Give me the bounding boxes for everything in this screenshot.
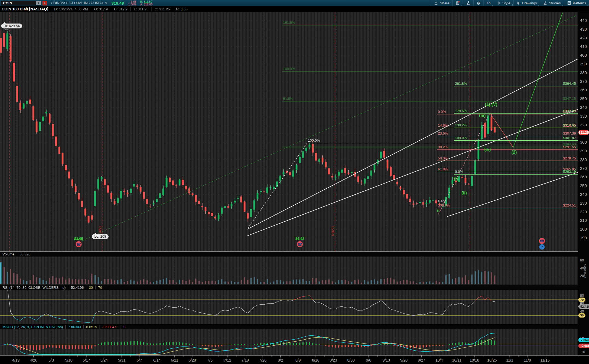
- svg-text:220: 220: [580, 209, 587, 214]
- macd-diff-value: -0.988472: [100, 325, 121, 329]
- svg-text:$3.05: $3.05: [74, 237, 83, 241]
- svg-text:5/17: 5/17: [83, 358, 90, 362]
- quick-study-button[interactable]: [463, 0, 473, 6]
- svg-text:9/20: 9/20: [400, 358, 407, 362]
- notes-button[interactable]: [452, 0, 463, 6]
- volume-pane-header[interactable]: Volume 36,326: [0, 251, 578, 257]
- interval-label: 4h: [487, 1, 491, 5]
- svg-text:10/4: 10/4: [435, 358, 443, 362]
- symbol-dropdown-button[interactable]: ▼: [36, 1, 41, 5]
- rsi-pane-header[interactable]: RSI (14, 70, 30, CLOSE, WILDERS, no) 52.…: [0, 285, 578, 290]
- share-button[interactable]: Share: [431, 0, 452, 6]
- svg-text:240: 240: [580, 192, 587, 197]
- interval-button[interactable]: 4h: [483, 0, 494, 6]
- pointer-icon: [517, 1, 520, 5]
- symbol-value: COIN: [3, 1, 12, 5]
- svg-text:$317.65: $317.65: [563, 123, 576, 127]
- macd-zero-value: 0: [121, 325, 128, 329]
- style-label: Style: [502, 1, 510, 5]
- svg-text:350: 350: [580, 96, 587, 101]
- svg-text:280: 280: [580, 157, 587, 162]
- volume-value: 36,326: [17, 252, 33, 256]
- svg-text:$6.42: $6.42: [295, 237, 304, 241]
- drawings-label: Drawings: [522, 1, 537, 5]
- svg-text:-0.9884: -0.9884: [581, 344, 589, 347]
- rsi-label[interactable]: RSI (14, 70, 30, CLOSE, WILDERS, no): [0, 286, 68, 290]
- svg-text:8/30: 8/30: [347, 358, 355, 362]
- alerts-badge[interactable]: 1: [42, 1, 47, 5]
- svg-text:6/14: 6/14: [153, 358, 161, 362]
- bid-ask: B: 311.50 A: 312.00: [140, 0, 153, 6]
- svg-text:5/31: 5/31: [118, 358, 125, 362]
- change-percent: -1.86%: [127, 3, 136, 6]
- symbol-summary: COIN ▼ 1 COINBASE GLOBAL INC COM CL A 31…: [0, 0, 153, 6]
- symbol-input[interactable]: COIN ▼: [1, 1, 41, 5]
- svg-text:370: 370: [580, 79, 587, 84]
- svg-text:$332.99: $332.99: [563, 109, 576, 113]
- drawings-button[interactable]: Drawings: [513, 0, 540, 6]
- svg-text:(i): (i): [454, 177, 458, 181]
- svg-text:190: 190: [580, 235, 587, 240]
- svg-text:70: 70: [580, 298, 584, 301]
- svg-text:5/10: 5/10: [65, 358, 72, 362]
- svg-text:ii: ii: [437, 208, 439, 213]
- volume-label[interactable]: Volume: [0, 252, 17, 256]
- style-button[interactable]: Style: [494, 0, 513, 6]
- svg-text:☎: ☎: [540, 239, 544, 243]
- svg-text:(2): (2): [511, 150, 517, 155]
- svg-text:-10: -10: [580, 350, 585, 354]
- top-toolbar: COIN ▼ 1 COINBASE GLOBAL INC COM CL A 31…: [0, 0, 589, 6]
- ohlc-range: R: 6.65: [173, 7, 191, 11]
- svg-text:178.6%: 178.6%: [455, 109, 467, 113]
- ohlc-date: D: 10/26/21, 4:00 PM: [51, 7, 91, 11]
- background-layer: [0, 6, 589, 364]
- svg-text:$263.19: $263.19: [563, 170, 576, 174]
- svg-text:14.6%: 14.6%: [438, 123, 448, 127]
- share-icon: [434, 1, 438, 5]
- ohlc-high: H: 317.9: [111, 7, 130, 11]
- patterns-button[interactable]: Patterns: [564, 0, 589, 6]
- svg-text:40: 40: [580, 309, 584, 313]
- ask-value: A: 312.00: [140, 3, 153, 6]
- svg-text:330: 330: [580, 114, 587, 118]
- macd-pane-header[interactable]: MACD (12, 26, 9, EXPONENTIAL, no) 7.8630…: [0, 324, 578, 329]
- svg-text:290: 290: [580, 148, 587, 153]
- company-name: COINBASE GLOBAL INC COM CL A: [51, 1, 107, 5]
- studies-button[interactable]: Studies: [540, 0, 564, 6]
- svg-text:300: 300: [580, 140, 587, 144]
- svg-text:11/8: 11/8: [524, 358, 531, 362]
- svg-text:$291.55: $291.55: [563, 145, 576, 149]
- svg-text:(iv): (iv): [484, 147, 491, 152]
- ohlc-close: C: 311.25: [151, 7, 173, 11]
- studies-flask-icon: [543, 1, 547, 5]
- svg-text:260: 260: [580, 174, 587, 179]
- chart-canvas[interactable]: 5/26/218/26/21161.8%100.0%61.8%$347.15$2…: [0, 0, 589, 364]
- studies-label: Studies: [549, 1, 561, 5]
- svg-text:430: 430: [580, 27, 587, 31]
- macd-signal-value: 8.8515: [84, 325, 100, 329]
- svg-text:270: 270: [580, 166, 587, 171]
- svg-text:10/18: 10/18: [470, 358, 479, 362]
- svg-text:$307.39: $307.39: [563, 131, 576, 135]
- ohlc-open: O: 317.9: [91, 7, 111, 11]
- gear-icon: ⚙: [477, 1, 480, 5]
- chart-style-icon: [497, 1, 501, 5]
- svg-text:400: 400: [580, 53, 587, 57]
- svg-text:50.0%: 50.0%: [438, 156, 448, 160]
- svg-text:6/7: 6/7: [137, 358, 142, 362]
- settings-button[interactable]: ⚙: [473, 0, 483, 6]
- svg-text:8/16: 8/16: [312, 358, 319, 362]
- last-price: 319.49: [111, 1, 124, 5]
- svg-text:(iii): (iii): [479, 113, 486, 118]
- svg-text:8/9: 8/9: [295, 358, 301, 362]
- svg-text:100.0%: 100.0%: [283, 67, 295, 71]
- svg-text:7/19: 7/19: [241, 358, 249, 362]
- macd-label[interactable]: MACD (12, 26, 9, EXPONENTIAL, no): [0, 325, 65, 329]
- patterns-icon: [567, 1, 571, 5]
- svg-text:210: 210: [580, 218, 587, 223]
- svg-text:61.8%: 61.8%: [438, 167, 448, 171]
- date-axis[interactable]: 4/194/265/35/105/175/245/316/76/146/216/…: [0, 355, 589, 364]
- svg-text:4/19: 4/19: [12, 358, 19, 362]
- svg-text:☎: ☎: [76, 242, 81, 246]
- svg-text:9/27: 9/27: [418, 358, 425, 362]
